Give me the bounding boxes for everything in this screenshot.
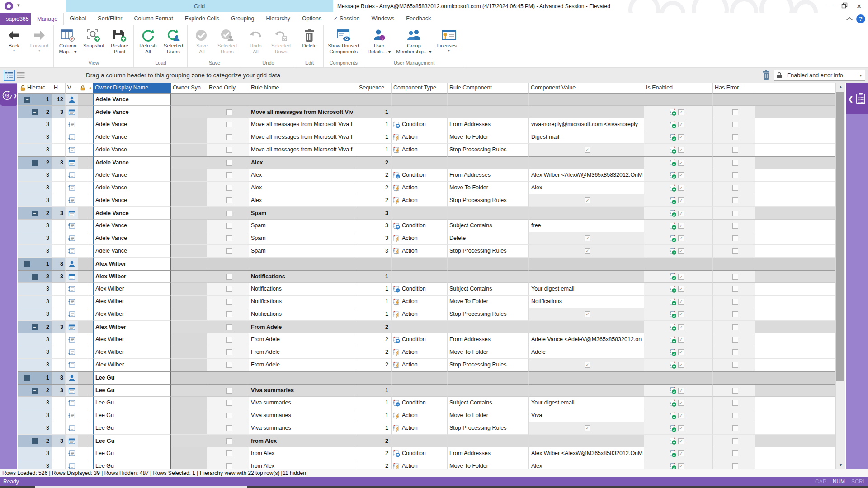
read-only-checkbox[interactable]: [226, 223, 232, 229]
column-header-component-type[interactable]: Component Type: [392, 83, 448, 93]
tab-feedback[interactable]: Feedback: [400, 13, 437, 25]
read-only-checkbox[interactable]: [226, 134, 232, 140]
cell-owner-display-name[interactable]: Lee Gu: [93, 409, 171, 422]
read-only-checkbox[interactable]: [226, 211, 232, 216]
read-only-checkbox[interactable]: [226, 274, 232, 280]
cell-owner-display-name[interactable]: Adele Vance: [93, 131, 171, 144]
collapse-button[interactable]: −: [32, 438, 38, 444]
is-enabled-checkbox[interactable]: ✓: [678, 438, 684, 444]
read-only-checkbox[interactable]: [226, 337, 232, 343]
has-error-checkbox[interactable]: [732, 388, 738, 394]
grid-row[interactable]: 3Adele VanceSpam3ActionStop Processing R…: [18, 245, 835, 258]
column-header-lock[interactable]: [87, 83, 93, 93]
read-only-checkbox[interactable]: [226, 425, 232, 431]
save-all-button[interactable]: SaveAll: [189, 25, 214, 54]
selected-rows-button[interactable]: SelectedRows: [268, 25, 293, 54]
grid-row[interactable]: −23Alex WilberNotifications1✓: [18, 270, 835, 283]
column-header-hierarc-[interactable]: Hierarc...: [18, 83, 52, 93]
cell-owner-display-name[interactable]: Adele Vance: [93, 169, 171, 182]
cell-owner-display-name[interactable]: Adele Vance: [93, 118, 171, 131]
grid-row[interactable]: −23Adele VanceAlex2✓: [18, 156, 835, 169]
is-enabled-checkbox[interactable]: ✓: [678, 450, 684, 456]
read-only-checkbox[interactable]: [226, 248, 232, 254]
cell-owner-display-name[interactable]: Alex Wilber: [93, 270, 171, 283]
has-error-checkbox[interactable]: [732, 286, 738, 292]
delete-button[interactable]: Delete: [297, 25, 322, 49]
column-header-component-value[interactable]: Component Value: [529, 83, 644, 93]
has-error-checkbox[interactable]: [732, 274, 738, 280]
read-only-checkbox[interactable]: [226, 197, 232, 203]
tab-grouping[interactable]: Grouping: [225, 13, 260, 25]
read-only-checkbox[interactable]: [226, 413, 232, 418]
grid-row[interactable]: 3Lee GuViva summaries1ConditionSubject C…: [18, 397, 835, 409]
component-value-checkbox[interactable]: ✓: [585, 362, 590, 368]
has-error-checkbox[interactable]: [732, 160, 738, 166]
grid-row[interactable]: 3Lee Gufrom Alex2ActionMove To FolderAle…: [18, 460, 835, 469]
has-error-checkbox[interactable]: [732, 450, 738, 456]
grid-row[interactable]: 3Adele VanceAlex2ActionStop Processing R…: [18, 194, 835, 207]
has-error-checkbox[interactable]: [732, 299, 738, 305]
show-unused-components-button[interactable]: Show UnusedComponents: [325, 25, 362, 54]
column-map--button[interactable]: ColumnMap... ▾: [55, 25, 80, 54]
grid-row[interactable]: −23Lee Gufrom Alex2✓: [18, 435, 835, 447]
is-enabled-checkbox[interactable]: ✓: [678, 299, 684, 305]
has-error-checkbox[interactable]: [732, 235, 738, 241]
is-enabled-checkbox[interactable]: ✓: [678, 400, 684, 406]
column-header-rule-name[interactable]: Rule Name: [249, 83, 357, 93]
tab-column-format[interactable]: Column Format: [128, 13, 179, 25]
column-header-lock[interactable]: [78, 83, 87, 93]
grid-row[interactable]: 3Adele VanceMove all messages from Micro…: [18, 131, 835, 144]
tab-global[interactable]: Global: [64, 13, 92, 25]
user-details--button[interactable]: iUserDetails... ▾: [365, 25, 393, 54]
cell-owner-display-name[interactable]: Alex Wilber: [93, 346, 171, 359]
has-error-checkbox[interactable]: [732, 463, 738, 469]
is-enabled-checkbox[interactable]: ✓: [678, 349, 684, 355]
has-error-checkbox[interactable]: [732, 413, 738, 418]
is-enabled-checkbox[interactable]: ✓: [678, 122, 684, 127]
has-error-checkbox[interactable]: [732, 211, 738, 216]
clear-filter-icon[interactable]: [762, 70, 770, 82]
cell-owner-display-name[interactable]: Alex Wilber: [93, 359, 171, 371]
tab-windows[interactable]: Windows: [366, 13, 401, 25]
grid-row[interactable]: −112Adele Vance: [18, 93, 835, 106]
tab-sapio365[interactable]: sapio365: [0, 13, 35, 25]
column-header-h-[interactable]: H..: [52, 83, 66, 93]
collapse-button[interactable]: −: [32, 211, 38, 216]
grid-row[interactable]: 3Adele VanceSpam3ConditionSubject Contai…: [18, 220, 835, 232]
selected-users-button[interactable]: SelectedUsers: [214, 25, 240, 54]
grid-row[interactable]: 3Adele VanceMove all messages from Micro…: [18, 144, 835, 156]
component-value-checkbox[interactable]: ✓: [585, 425, 590, 431]
collapse-button[interactable]: −: [24, 261, 30, 267]
has-error-checkbox[interactable]: [732, 349, 738, 355]
cell-owner-display-name[interactable]: Lee Gu: [93, 460, 171, 469]
read-only-checkbox[interactable]: [226, 324, 232, 330]
has-error-checkbox[interactable]: [732, 185, 738, 191]
column-header-is-enabled[interactable]: Is Enabled: [644, 83, 713, 93]
selected-users-button[interactable]: SelectedUsers: [160, 25, 186, 54]
component-value-checkbox[interactable]: ✓: [585, 311, 590, 317]
app-logo-icon[interactable]: [5, 2, 13, 10]
cell-owner-display-name[interactable]: Adele Vance: [93, 207, 171, 220]
is-enabled-checkbox[interactable]: ✓: [678, 223, 684, 229]
collapse-button[interactable]: −: [24, 375, 30, 381]
collapse-button[interactable]: −: [32, 109, 38, 115]
cell-owner-display-name[interactable]: Alex Wilber: [93, 296, 171, 308]
cell-owner-display-name[interactable]: Alex Wilber: [93, 321, 171, 333]
is-enabled-checkbox[interactable]: ✓: [678, 337, 684, 343]
cell-owner-display-name[interactable]: Adele Vance: [93, 106, 171, 118]
group-membership--button[interactable]: GroupMembership... ▾: [393, 25, 434, 54]
back-button[interactable]: Back▾: [1, 25, 27, 52]
hierarchy-view-toggle[interactable]: [4, 70, 15, 81]
grid-row[interactable]: 3Alex WilberNotifications1ActionStop Pro…: [18, 308, 835, 321]
column-header-v-[interactable]: V..: [66, 83, 78, 93]
tab-explode-cells[interactable]: Explode Cells: [179, 13, 225, 25]
grid-row[interactable]: 3Adele VanceAlex2ActionMove To FolderAle…: [18, 182, 835, 194]
grid-row[interactable]: 3Lee GuViva summaries1ActionStop Process…: [18, 422, 835, 435]
has-error-checkbox[interactable]: [732, 147, 738, 153]
vertical-scrollbar[interactable]: ▲ ▼: [835, 83, 845, 469]
component-value-checkbox[interactable]: ✓: [585, 197, 590, 203]
cell-owner-display-name[interactable]: Adele Vance: [93, 232, 171, 245]
read-only-checkbox[interactable]: [226, 311, 232, 317]
licenses--button[interactable]: Licenses...▾: [434, 25, 464, 52]
scroll-down-icon[interactable]: ▼: [836, 461, 845, 469]
